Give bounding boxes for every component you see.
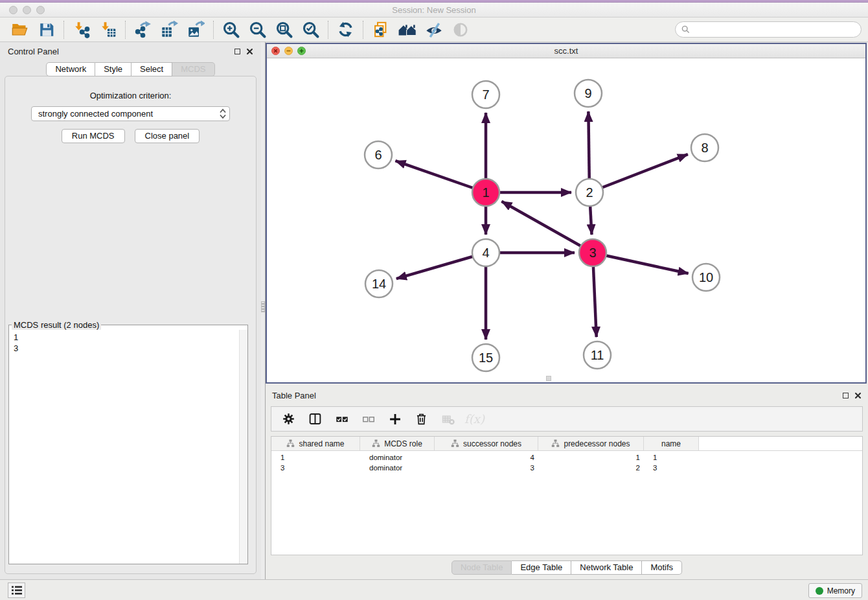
graph-edge-2-8[interactable] bbox=[589, 154, 688, 192]
tab-style[interactable]: Style bbox=[95, 62, 131, 76]
divider-grip[interactable] bbox=[261, 301, 265, 312]
tab-edge-table[interactable]: Edge Table bbox=[512, 560, 571, 575]
table-cell: dominator bbox=[360, 454, 435, 461]
zoom-window-button[interactable] bbox=[36, 6, 45, 14]
app-traffic-lights[interactable] bbox=[9, 6, 45, 14]
delete-row-icon[interactable] bbox=[409, 409, 433, 430]
table-panel-title: Table Panel bbox=[272, 391, 316, 400]
mcds-result-list[interactable]: 13 bbox=[9, 330, 239, 564]
memory-button[interactable]: Memory bbox=[808, 583, 862, 598]
column-header-shared-name[interactable]: shared name bbox=[271, 437, 360, 450]
graph-node-label: 4 bbox=[482, 246, 489, 260]
save-session-icon[interactable] bbox=[33, 19, 60, 40]
table-options-gear-icon[interactable] bbox=[277, 409, 301, 430]
column-header-name[interactable]: name bbox=[644, 437, 699, 450]
graph-node-4[interactable]: 4 bbox=[472, 239, 499, 266]
apply-layout-icon[interactable] bbox=[332, 19, 359, 40]
function-builder-icon: f(x) bbox=[463, 409, 486, 430]
minimize-window-button[interactable] bbox=[23, 6, 31, 14]
close-window-button[interactable] bbox=[9, 6, 17, 14]
mcds-panel: Optimization criterion: strongly connect… bbox=[5, 76, 257, 574]
export-image-icon[interactable] bbox=[183, 19, 209, 40]
graph-edge-3-10[interactable] bbox=[593, 253, 689, 273]
graph-node-14[interactable]: 14 bbox=[365, 270, 393, 297]
export-network-icon[interactable] bbox=[130, 19, 156, 40]
run-mcds-button[interactable]: Run MCDS bbox=[62, 129, 125, 143]
network-canvas[interactable]: 7968124314101511 bbox=[267, 58, 865, 382]
tab-motifs[interactable]: Motifs bbox=[642, 560, 682, 575]
graph-node-10[interactable]: 10 bbox=[692, 264, 720, 291]
search-wrap bbox=[675, 21, 862, 38]
deselect-all-rows-icon[interactable] bbox=[356, 409, 380, 430]
criterion-dropdown[interactable]: strongly connected component bbox=[31, 106, 230, 121]
task-history-button[interactable] bbox=[8, 583, 25, 598]
tab-node-table[interactable]: Node Table bbox=[451, 560, 512, 575]
import-table-icon[interactable] bbox=[95, 19, 121, 40]
float-table-panel-icon[interactable] bbox=[843, 393, 849, 398]
import-network-icon[interactable] bbox=[68, 19, 95, 40]
column-header-mcds-role[interactable]: MCDS role bbox=[360, 437, 435, 450]
show-columns-icon[interactable] bbox=[303, 409, 327, 430]
new-network-from-selection-icon[interactable] bbox=[367, 19, 394, 40]
table-row[interactable]: 1dominator411 bbox=[271, 452, 862, 463]
graph-node-6[interactable]: 6 bbox=[365, 141, 392, 168]
table-toolbar: f(x) bbox=[271, 406, 863, 432]
graph-node-label: 10 bbox=[699, 270, 713, 284]
toolbar-separator bbox=[63, 21, 64, 39]
select-all-rows-icon[interactable] bbox=[330, 409, 354, 430]
zoom-selected-icon[interactable] bbox=[297, 19, 324, 40]
graph-node-11[interactable]: 11 bbox=[584, 341, 611, 369]
export-table-icon[interactable] bbox=[156, 19, 183, 40]
graph-node-15[interactable]: 15 bbox=[472, 344, 499, 371]
graph-edge-3-1[interactable] bbox=[501, 202, 593, 253]
graph-node-3[interactable]: 3 bbox=[579, 239, 606, 266]
graph-node-label: 8 bbox=[701, 141, 708, 155]
close-table-panel-icon[interactable] bbox=[854, 392, 862, 399]
tab-mcds[interactable]: MCDS bbox=[172, 62, 214, 76]
panel-divider[interactable] bbox=[261, 42, 266, 579]
search-input[interactable] bbox=[693, 25, 855, 34]
table-row[interactable]: 3dominator323 bbox=[271, 463, 862, 473]
close-panel-button[interactable]: Close panel bbox=[135, 129, 200, 143]
tab-network-table[interactable]: Network Table bbox=[571, 560, 642, 575]
search-box[interactable] bbox=[675, 21, 862, 38]
column-header-successor-nodes[interactable]: successor nodes bbox=[435, 437, 538, 450]
float-panel-icon[interactable] bbox=[234, 49, 240, 54]
first-neighbors-icon[interactable] bbox=[394, 19, 420, 40]
network-minimize-icon[interactable] bbox=[284, 47, 293, 55]
close-panel-icon[interactable] bbox=[246, 48, 253, 55]
graph-node-1[interactable]: 1 bbox=[472, 179, 499, 206]
network-title: scc.txt bbox=[267, 44, 865, 58]
zoom-out-icon[interactable] bbox=[244, 19, 271, 40]
hide-selected-icon[interactable] bbox=[420, 19, 447, 40]
tab-network[interactable]: Network bbox=[46, 62, 95, 76]
column-header-predecessor-nodes[interactable]: predecessor nodes bbox=[538, 437, 644, 450]
table-cell: 1 bbox=[538, 454, 644, 461]
main-area: Control Panel NetworkStyleSelectMCDS Opt… bbox=[0, 42, 868, 579]
result-scrollbar[interactable] bbox=[239, 330, 247, 564]
mcds-result-item[interactable]: 3 bbox=[14, 343, 234, 354]
add-row-icon[interactable] bbox=[383, 409, 407, 430]
tab-select[interactable]: Select bbox=[131, 62, 172, 76]
network-window-titlebar[interactable]: scc.txt bbox=[267, 44, 865, 58]
dropdown-stepper-icon bbox=[219, 108, 227, 119]
zoom-in-icon[interactable] bbox=[218, 19, 244, 40]
table-cell: 4 bbox=[435, 454, 538, 461]
graph-node-7[interactable]: 7 bbox=[472, 81, 499, 108]
canvas-scroll-grip[interactable] bbox=[546, 376, 551, 381]
graph-node-2[interactable]: 2 bbox=[576, 179, 603, 206]
criterion-dropdown-value: strongly connected component bbox=[38, 109, 153, 119]
toolbar-separator bbox=[328, 21, 328, 39]
zoom-fit-icon[interactable] bbox=[271, 19, 297, 40]
graph-node-8[interactable]: 8 bbox=[691, 134, 718, 161]
network-graph[interactable]: 7968124314101511 bbox=[267, 58, 865, 382]
graph-node-9[interactable]: 9 bbox=[575, 80, 602, 107]
control-panel-header: Control Panel bbox=[0, 42, 261, 60]
hierarchy-icon bbox=[372, 439, 380, 448]
table-cell: 3 bbox=[271, 464, 360, 472]
node-table-header-row: shared nameMCDS rolesuccessor nodesprede… bbox=[271, 437, 862, 451]
mcds-result-item[interactable]: 1 bbox=[14, 332, 234, 343]
network-maximize-icon[interactable] bbox=[297, 47, 306, 55]
network-close-icon[interactable] bbox=[271, 47, 280, 55]
open-session-icon[interactable] bbox=[6, 19, 33, 40]
